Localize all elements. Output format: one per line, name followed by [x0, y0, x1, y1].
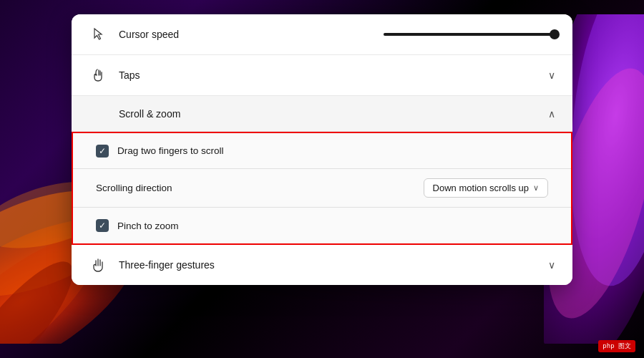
pinch-to-zoom-label: Pinch to zoom: [117, 221, 548, 231]
taps-icon: [89, 65, 109, 85]
dropdown-arrow-icon: ∨: [533, 183, 539, 193]
checkmark-icon: ✓: [99, 147, 106, 155]
three-finger-chevron-icon: ∨: [548, 259, 555, 271]
taps-chevron-area: ∨: [548, 69, 555, 81]
watermark: php 图文: [598, 340, 635, 352]
scroll-zoom-header[interactable]: Scroll & zoom ∧: [72, 96, 572, 132]
taps-chevron-icon: ∨: [548, 69, 555, 81]
cursor-speed-label: Cursor speed: [119, 29, 384, 40]
taps-row[interactable]: Taps ∨: [72, 55, 572, 96]
three-finger-chevron-area: ∨: [548, 259, 555, 271]
three-finger-row[interactable]: Three-finger gestures ∨: [72, 245, 572, 285]
settings-panel: Cursor speed Taps ∨ Scroll & zoom ∧ ✓: [72, 14, 572, 285]
cursor-speed-slider[interactable]: [384, 33, 555, 36]
drag-two-fingers-row: ✓ Drag two fingers to scroll: [73, 133, 571, 169]
scroll-zoom-expanded-section: ✓ Drag two fingers to scroll Scrolling d…: [72, 132, 572, 245]
scroll-zoom-chevron-icon: ∧: [548, 108, 555, 120]
cursor-icon: [89, 24, 109, 44]
scrolling-direction-row: Scrolling direction Down motion scrolls …: [73, 169, 571, 208]
cursor-speed-row: Cursor speed: [72, 14, 572, 55]
drag-two-fingers-checkbox[interactable]: ✓: [96, 145, 109, 158]
pinch-to-zoom-checkbox[interactable]: ✓: [96, 219, 109, 232]
slider-fill: [384, 33, 555, 36]
scroll-zoom-label: Scroll & zoom: [89, 108, 548, 120]
pinch-checkmark-icon: ✓: [99, 221, 106, 230]
slider-thumb[interactable]: [550, 29, 560, 39]
cursor-speed-control: [384, 33, 555, 36]
three-finger-label: Three-finger gestures: [119, 259, 548, 271]
drag-two-fingers-label: Drag two fingers to scroll: [117, 145, 548, 156]
scrolling-direction-value: Down motion scrolls up: [433, 183, 529, 193]
three-finger-icon: [89, 255, 109, 275]
taps-label: Taps: [119, 69, 548, 81]
pinch-to-zoom-row: ✓ Pinch to zoom: [73, 208, 571, 243]
scrolling-direction-dropdown[interactable]: Down motion scrolls up ∨: [424, 178, 548, 198]
scrolling-direction-label: Scrolling direction: [96, 183, 424, 193]
